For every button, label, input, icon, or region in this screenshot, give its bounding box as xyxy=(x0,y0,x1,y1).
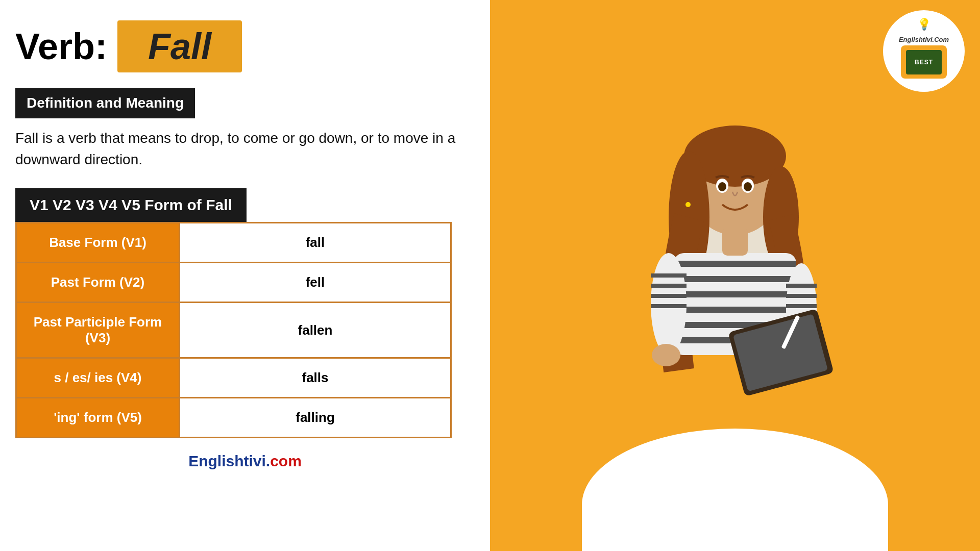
logo-site-name: Englishtivi.Com xyxy=(899,36,949,43)
svg-rect-18 xyxy=(651,304,687,308)
table-row: Past Participle Form (V3)fallen xyxy=(16,303,451,358)
svg-rect-8 xyxy=(674,291,796,297)
svg-rect-7 xyxy=(674,276,796,282)
logo-tv-text: BEST xyxy=(915,59,933,66)
table-cell-value: falls xyxy=(180,358,451,398)
svg-point-29 xyxy=(718,182,726,191)
svg-rect-9 xyxy=(674,307,796,313)
lightbulb-icon: 💡 xyxy=(917,18,931,31)
table-cell-value: fell xyxy=(180,263,451,303)
definition-text: Fall is a verb that means to drop, to co… xyxy=(15,128,464,170)
forms-heading-box: V1 V2 V3 V4 V5 Form of Fall xyxy=(15,188,475,222)
logo-tv-screen: BEST xyxy=(906,50,942,74)
verb-word: Fall xyxy=(148,26,211,67)
forms-heading: V1 V2 V3 V4 V5 Form of Fall xyxy=(15,188,247,222)
definition-heading: Definition and Meaning xyxy=(15,88,195,118)
table-row: Base Form (V1)fall xyxy=(16,223,451,263)
verb-label: Verb: xyxy=(15,26,107,67)
verb-forms-table: Base Form (V1)fallPast Form (V2)fellPast… xyxy=(15,222,452,438)
footer: Englishtivi.com xyxy=(15,453,475,470)
footer-brand-blue: Englishtivi xyxy=(188,453,266,469)
svg-rect-6 xyxy=(674,261,796,267)
table-cell-value: fall xyxy=(180,223,451,263)
svg-rect-20 xyxy=(786,294,817,298)
verb-title: Verb: Fall xyxy=(15,20,475,72)
right-panel: 💡 Englishtivi.Com BEST xyxy=(490,0,980,551)
svg-rect-12 xyxy=(722,228,748,256)
svg-rect-17 xyxy=(651,294,687,298)
verb-word-box: Fall xyxy=(117,20,242,72)
table-row: Past Form (V2)fell xyxy=(16,263,451,303)
logo-circle: 💡 Englishtivi.Com BEST xyxy=(883,10,965,92)
svg-point-30 xyxy=(744,182,752,191)
svg-point-31 xyxy=(685,202,691,207)
logo-tv: BEST xyxy=(901,45,947,79)
table-cell-value: falling xyxy=(180,398,451,438)
svg-rect-19 xyxy=(786,284,817,288)
table-cell-label: Base Form (V1) xyxy=(16,223,180,263)
table-row: s / es/ ies (V4)falls xyxy=(16,358,451,398)
definition-heading-box: Definition and Meaning xyxy=(15,88,475,128)
svg-rect-21 xyxy=(786,304,817,308)
footer-dot: . xyxy=(266,453,270,469)
table-cell-label: 'ing' form (V5) xyxy=(16,398,180,438)
svg-point-22 xyxy=(652,344,680,366)
svg-rect-16 xyxy=(651,284,687,288)
table-cell-label: Past Form (V2) xyxy=(16,263,180,303)
footer-brand-red: com xyxy=(270,453,302,469)
table-cell-value: fallen xyxy=(180,303,451,358)
footer-brand: Englishtivi.com xyxy=(188,453,302,469)
person-figure xyxy=(587,115,883,551)
table-row: 'ing' form (V5)falling xyxy=(16,398,451,438)
left-panel: Verb: Fall Definition and Meaning Fall i… xyxy=(0,0,490,551)
table-cell-label: s / es/ ies (V4) xyxy=(16,358,180,398)
svg-rect-15 xyxy=(651,273,687,278)
table-cell-label: Past Participle Form (V3) xyxy=(16,303,180,358)
